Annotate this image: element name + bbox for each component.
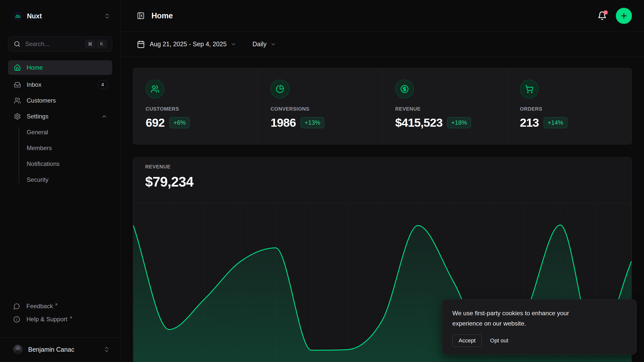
info-icon (13, 316, 20, 323)
sidebar-nav: Home Inbox 4 Customers Settings Ge (8, 60, 112, 190)
stat-delta-badge: +18% (447, 117, 471, 128)
sidebar-item-label: Settings (27, 113, 49, 120)
nuxt-logo-icon (13, 11, 23, 21)
chart-total: $79,234 (145, 174, 632, 190)
stat-delta-badge: +14% (544, 117, 567, 128)
pie-chart-icon (271, 80, 289, 98)
feedback-label: Feedback (26, 303, 53, 310)
date-range-value: Aug 21, 2025 - Sep 4, 2025 (150, 40, 227, 48)
sub-item-label: Security (27, 176, 49, 183)
chevron-up-icon (101, 113, 107, 119)
accept-cookies-button[interactable]: Accept (452, 334, 482, 347)
stat-orders[interactable]: ORDERS 213 +14% (507, 68, 632, 144)
notifications-button[interactable] (597, 11, 607, 20)
stat-customers[interactable]: CUSTOMERS 692 +6% (133, 68, 258, 144)
page-title: Home (151, 11, 173, 20)
search-input[interactable] (25, 40, 85, 48)
sidebar-item-members[interactable]: Members (8, 142, 112, 154)
avatar (13, 345, 23, 354)
gear-icon (14, 113, 21, 120)
stat-delta-badge: +6% (169, 117, 190, 128)
stat-value: 1986 (271, 116, 296, 129)
calendar-icon (137, 40, 145, 48)
stat-value: 692 (146, 116, 165, 129)
chart-label: REVENUE (145, 164, 632, 170)
sidebar-item-label: Home (27, 64, 43, 71)
users-icon (146, 80, 164, 98)
stat-label: REVENUE (395, 106, 497, 112)
user-menu[interactable]: Benjamin Canac (5, 341, 115, 358)
optout-cookies-button[interactable]: Opt out (490, 337, 508, 344)
sidebar-item-general[interactable]: General (8, 126, 112, 138)
add-button[interactable] (616, 8, 632, 24)
sub-item-label: General (27, 129, 48, 136)
stat-label: CONVERSIONS (271, 106, 373, 112)
cookie-banner: We use first-party cookies to enhance yo… (442, 299, 637, 355)
circle-dollar-icon (395, 80, 414, 98)
granularity-value: Daily (253, 40, 267, 48)
stat-conversions[interactable]: CONVERSIONS 1986 +13% (258, 68, 383, 144)
home-icon (14, 64, 21, 71)
shopping-cart-icon (520, 80, 539, 98)
stat-value: 213 (520, 116, 539, 129)
sub-item-label: Notifications (27, 160, 60, 167)
sidebar-item-label: Customers (27, 97, 56, 104)
inbox-icon (14, 81, 21, 88)
help-support-link[interactable]: Help & Support (8, 313, 112, 326)
sidebar-item-customers[interactable]: Customers (8, 95, 112, 106)
chevron-down-icon (270, 41, 276, 47)
search-icon (14, 41, 20, 47)
filters-toolbar: Aug 21, 2025 - Sep 4, 2025 Daily (121, 32, 644, 57)
stat-label: CUSTOMERS (146, 106, 248, 112)
users-icon (14, 97, 21, 104)
plus-icon (620, 12, 628, 20)
stat-label: ORDERS (520, 106, 622, 112)
sidebar-item-inbox[interactable]: Inbox 4 (8, 79, 112, 90)
granularity-select[interactable]: Daily (253, 40, 276, 48)
date-range-picker[interactable]: Aug 21, 2025 - Sep 4, 2025 (137, 40, 236, 48)
user-name: Benjamin Canac (28, 346, 74, 353)
collapse-sidebar-icon[interactable] (137, 12, 145, 20)
sidebar-item-notifications[interactable]: Notifications (8, 158, 112, 170)
sidebar-item-settings[interactable]: Settings (8, 111, 112, 122)
kbd-k: K (97, 40, 106, 48)
message-circle-icon (13, 303, 20, 310)
workspace-name: Nuxt (27, 12, 42, 20)
page-header: Home (121, 0, 644, 32)
sidebar: Nuxt ⌘ K Home Inbox 4 (0, 0, 121, 362)
external-link-icon (54, 303, 58, 306)
stat-delta-badge: +13% (301, 117, 324, 128)
search-input-wrapper[interactable]: ⌘ K (8, 36, 112, 52)
sidebar-item-home[interactable]: Home (8, 60, 112, 75)
settings-sub-list: General Members Notifications Security (8, 126, 112, 186)
sidebar-divider (0, 337, 120, 338)
cookie-message: We use first-party cookies to enhance yo… (452, 308, 588, 329)
chevron-down-icon (230, 41, 236, 47)
external-link-icon (69, 316, 73, 320)
chevrons-up-down-icon (104, 13, 110, 19)
stats-card: CUSTOMERS 692 +6% CONVERSIONS 1986 +13% … (133, 68, 632, 145)
notification-dot (603, 10, 608, 15)
kbd-cmd: ⌘ (85, 40, 95, 48)
chevrons-up-down-icon (103, 346, 110, 353)
sub-item-label: Members (27, 145, 52, 152)
stat-value: $415,523 (395, 116, 442, 129)
sidebar-footer-links: Feedback Help & Support (8, 300, 112, 326)
stat-revenue[interactable]: REVENUE $415,523 +18% (382, 68, 507, 144)
sidebar-item-label: Inbox (27, 81, 42, 88)
inbox-count-badge: 4 (98, 80, 107, 89)
sidebar-item-security[interactable]: Security (8, 174, 112, 186)
help-support-label: Help & Support (26, 316, 67, 323)
feedback-link[interactable]: Feedback (8, 300, 112, 313)
workspace-switcher[interactable]: Nuxt (13, 11, 110, 22)
